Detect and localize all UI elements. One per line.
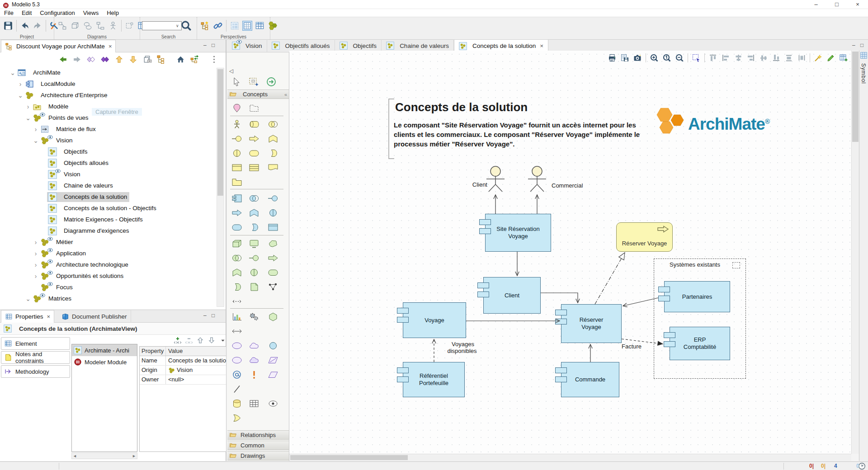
- palette-tool-pacman[interactable]: [266, 147, 280, 159]
- tree-item-application[interactable]: ›Application: [0, 248, 216, 259]
- dgear-icon[interactable]: [125, 21, 135, 31]
- arrowL-icon[interactable]: [58, 55, 68, 64]
- tree-item-matrices[interactable]: ⌄Matrices: [0, 293, 216, 304]
- dgray5-icon[interactable]: [108, 21, 118, 31]
- browser-maximize-icon[interactable]: □: [212, 42, 215, 48]
- floppy-icon[interactable]: [3, 21, 13, 31]
- copy-icon[interactable]: [142, 55, 152, 64]
- dgray1-icon[interactable]: [57, 21, 67, 31]
- property-value[interactable]: Concepts de la solution: [166, 356, 227, 365]
- palette-tool-banded[interactable]: [230, 162, 244, 174]
- tableic-icon[interactable]: [255, 21, 265, 31]
- plus2-icon[interactable]: [170, 336, 182, 344]
- side-tab-element[interactable]: Element: [1, 337, 70, 350]
- property-value[interactable]: Vision: [166, 366, 227, 375]
- zin-icon[interactable]: [646, 53, 659, 62]
- magnifier-icon[interactable]: [180, 20, 192, 32]
- section-collapse-icon[interactable]: «: [284, 92, 287, 97]
- property-column-header[interactable]: Property: [140, 347, 166, 356]
- tab-close-icon[interactable]: ×: [47, 313, 51, 320]
- browser-minimize-icon[interactable]: –: [203, 42, 207, 48]
- alR-icon[interactable]: [743, 53, 755, 62]
- component-voyage[interactable]: Voyage: [403, 302, 466, 338]
- chain-icon[interactable]: [213, 21, 223, 31]
- tree-item-focus[interactable]: Focus: [0, 282, 216, 293]
- editor-tab-objectifs-allou-s[interactable]: Objectifs alloués: [267, 39, 335, 52]
- menu-views[interactable]: Views: [79, 9, 103, 17]
- window-maximize-button[interactable]: □: [826, 0, 847, 9]
- palette-tool-para[interactable]: [266, 369, 280, 381]
- side-tab-methodology[interactable]: Methodology: [1, 365, 70, 378]
- palette-section-drawings[interactable]: Drawings: [227, 451, 289, 461]
- tree-expander-icon[interactable]: ⌄: [9, 69, 16, 76]
- palette-tool-pin[interactable]: [230, 102, 244, 114]
- tree-item-localmodule[interactable]: ›LocalModule: [0, 78, 216, 89]
- browser-tab-discount-voyage[interactable]: Discount Voyage pour ArchiMate ×: [1, 40, 116, 52]
- dgray2-icon[interactable]: [70, 21, 80, 31]
- tree-expander-icon[interactable]: ⌄: [17, 92, 24, 99]
- value-column-header[interactable]: Value: [166, 347, 227, 356]
- tree-expander-icon[interactable]: ›: [32, 126, 39, 133]
- palette-tool-slash[interactable]: [230, 383, 244, 395]
- tree-item-architecture-d-enterprise[interactable]: ⌄Architecture d'Enterprise: [0, 89, 216, 101]
- vdots-icon[interactable]: [209, 55, 219, 64]
- palette-tool-chevron[interactable]: [266, 133, 280, 145]
- editor-minimize-icon[interactable]: –: [852, 42, 855, 48]
- synctree-icon[interactable]: [190, 55, 199, 64]
- palette-tool-gears[interactable]: [247, 311, 261, 323]
- palette-tool-split[interactable]: [247, 267, 261, 278]
- palette-tool-circles[interactable]: [247, 193, 261, 204]
- sameH-icon[interactable]: [793, 53, 806, 62]
- palette-tool-pacman[interactable]: [230, 281, 244, 293]
- tree-expander-icon[interactable]: ⌄: [24, 114, 32, 122]
- module-list-scrollbar[interactable]: ◄►: [71, 452, 137, 459]
- home-icon[interactable]: [176, 55, 185, 64]
- palette-collapse-icon[interactable]: ◁: [229, 68, 233, 74]
- palette-tool-cube[interactable]: [230, 238, 244, 249]
- z1-icon[interactable]: [659, 53, 671, 62]
- arrDn-icon[interactable]: [128, 55, 138, 64]
- palette-tool-arrow[interactable]: [230, 207, 244, 219]
- palette-tool-blob[interactable]: [266, 238, 280, 249]
- tree-item-architecture-technologique[interactable]: ›Architecture technologique: [0, 259, 216, 270]
- palette-tool-component[interactable]: [230, 193, 244, 204]
- palette-tool-chev2[interactable]: [230, 412, 244, 424]
- savediag-icon[interactable]: [617, 53, 629, 62]
- gridhl-icon[interactable]: [242, 21, 252, 31]
- greenpen-icon[interactable]: [823, 53, 835, 62]
- menu-file[interactable]: File: [0, 9, 18, 17]
- palette-tool-chevron[interactable]: [247, 207, 261, 219]
- tree-item-m-tier[interactable]: ›Métier: [0, 236, 216, 248]
- actor-client[interactable]: [483, 158, 508, 196]
- flower-icon[interactable]: [268, 21, 278, 31]
- palette-tool-wavy[interactable]: [266, 162, 280, 174]
- tree-item-matrice-exigences-objectifs[interactable]: Matrice Exigences - Objectifs: [0, 214, 216, 225]
- palette-tool-cylinder[interactable]: [247, 118, 261, 130]
- palette-tool-dasharrow[interactable]: [230, 296, 244, 307]
- palette-tool-screen[interactable]: [247, 238, 261, 249]
- palette-tool-lollipop[interactable]: [266, 193, 280, 204]
- palette-tool-dots[interactable]: [266, 281, 280, 293]
- property-row-name[interactable]: NameConcepts de la solution: [140, 356, 227, 366]
- treelink-icon[interactable]: [156, 55, 166, 64]
- palette-tool-banded[interactable]: [266, 221, 280, 233]
- component-client[interactable]: Client: [483, 277, 541, 314]
- zout-icon[interactable]: [671, 53, 684, 62]
- tree-item-concepts-de-la-solution-objectifs[interactable]: Concepts de la solution - Objectifs: [0, 202, 216, 214]
- palette-tool-go[interactable]: [264, 76, 278, 88]
- tree-item-vision[interactable]: ⌄Vision: [0, 135, 216, 146]
- alC-icon[interactable]: [730, 53, 743, 62]
- canvas-vertical-scrollbar[interactable]: [851, 51, 859, 454]
- canvas-horizontal-scrollbar[interactable]: [289, 454, 851, 461]
- browser-tab-close-icon[interactable]: ×: [108, 43, 112, 50]
- camera-icon[interactable]: [629, 53, 642, 62]
- palette-tool-tabbed[interactable]: [230, 176, 244, 188]
- tree-item-objectifs[interactable]: Objectifs: [0, 146, 216, 157]
- component-erp[interactable]: ERPComptabilité: [670, 327, 730, 360]
- tree-expander-icon[interactable]: ›: [32, 273, 39, 280]
- palette-tool-rounded[interactable]: [230, 221, 244, 233]
- palette-tool-doc[interactable]: [247, 281, 261, 293]
- palette-tool-at[interactable]: [230, 369, 244, 381]
- tree-item-vision[interactable]: Vision: [0, 169, 216, 180]
- palette-section-concepts[interactable]: Concepts «: [227, 89, 289, 99]
